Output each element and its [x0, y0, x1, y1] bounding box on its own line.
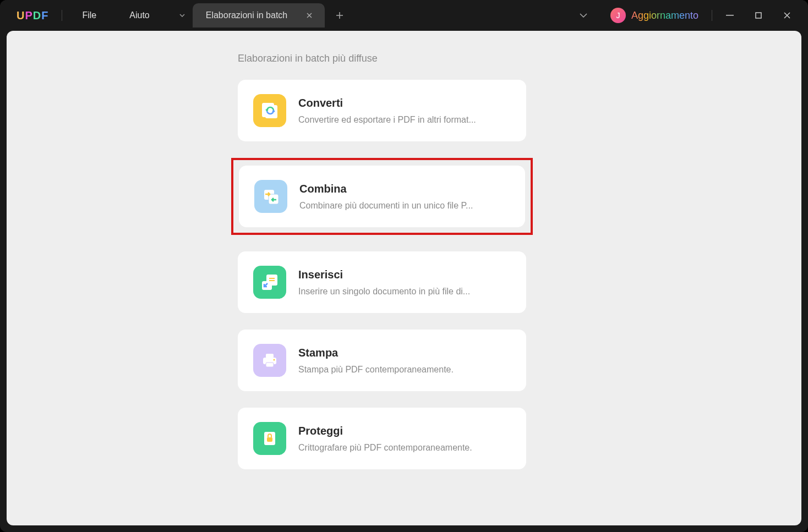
card-insert[interactable]: Inserisci Inserire un singolo documento … [238, 251, 526, 313]
svg-rect-10 [266, 354, 274, 358]
svg-rect-12 [266, 363, 274, 367]
card-desc: Crittografare più PDF contemporaneamente… [298, 443, 511, 453]
section-title: Elaborazioni in batch più diffuse [238, 53, 801, 64]
close-button[interactable] [773, 4, 801, 26]
card-title: Inserisci [298, 268, 511, 281]
card-convert[interactable]: Converti Convertire ed esportare i PDF i… [238, 80, 526, 141]
update-label: Aggiornamento [631, 10, 698, 21]
card-desc: Stampa più PDF contemporaneamente. [298, 365, 511, 375]
card-title: Stampa [298, 347, 511, 359]
convert-icon [253, 94, 286, 127]
card-print[interactable]: Stampa Stampa più PDF contemporaneamente… [238, 330, 526, 391]
svg-rect-15 [267, 437, 272, 442]
card-title: Proteggi [298, 425, 511, 437]
menu-file[interactable]: File [65, 10, 113, 20]
user-update-badge[interactable]: J Aggiornamento [600, 8, 708, 23]
svg-rect-1 [756, 13, 761, 18]
separator [62, 10, 62, 21]
maximize-button[interactable] [744, 4, 773, 26]
print-icon [253, 344, 286, 377]
card-content: Proteggi Crittografare più PDF contempor… [298, 425, 511, 453]
tab-batch[interactable]: Elaborazioni in batch [193, 3, 325, 28]
content-area: Elaborazioni in batch più diffuse Conver… [7, 31, 801, 525]
window-controls [716, 4, 801, 26]
app-logo[interactable]: UPDF [7, 9, 58, 22]
tab-close-icon[interactable] [303, 11, 316, 20]
card-desc: Convertire ed esportare i PDF in altri f… [298, 115, 511, 125]
avatar-letter: J [616, 11, 620, 20]
tab-add-icon[interactable] [325, 12, 354, 19]
card-desc: Inserire un singolo documento in più fil… [298, 287, 511, 297]
card-content: Inserisci Inserire un singolo documento … [298, 268, 511, 297]
card-content: Combina Combinare più documenti in un un… [299, 183, 510, 211]
app-window: UPDF File Aiuto Elaborazioni in batch [0, 0, 808, 532]
card-desc: Combinare più documenti in un unico file… [299, 201, 510, 211]
separator [712, 10, 712, 21]
combine-icon [254, 180, 287, 213]
tab-dropdown-icon[interactable] [172, 14, 193, 17]
insert-icon [253, 266, 286, 299]
card-content: Stampa Stampa più PDF contemporaneamente… [298, 347, 511, 375]
tab-title: Elaborazioni in batch [206, 10, 288, 20]
card-title: Converti [298, 97, 511, 109]
titlebar: UPDF File Aiuto Elaborazioni in batch [0, 0, 808, 31]
right-controls: J Aggiornamento [566, 4, 801, 26]
minimize-button[interactable] [716, 4, 744, 26]
svg-rect-8 [269, 280, 275, 281]
card-content: Converti Convertire ed esportare i PDF i… [298, 97, 511, 125]
chevron-down-icon[interactable] [566, 13, 600, 18]
card-protect[interactable]: Proteggi Crittografare più PDF contempor… [238, 408, 526, 469]
svg-point-13 [274, 359, 275, 361]
avatar: J [610, 8, 626, 23]
svg-rect-7 [269, 278, 275, 279]
logo-text: UPDF [17, 9, 48, 22]
svg-rect-9 [262, 281, 272, 290]
svg-rect-0 [726, 15, 734, 16]
tab-area: Elaborazioni in batch [172, 3, 566, 28]
card-combine-highlighted[interactable]: Combina Combinare più documenti in un un… [231, 158, 533, 235]
protect-icon [253, 422, 286, 455]
menu-help[interactable]: Aiuto [113, 10, 166, 20]
card-title: Combina [299, 183, 510, 195]
